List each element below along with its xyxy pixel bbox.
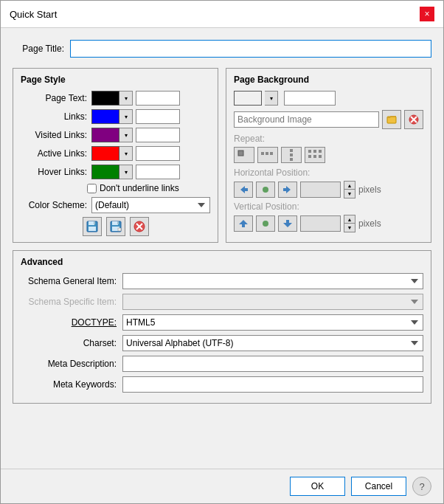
- v-position-value[interactable]: [300, 215, 341, 232]
- links-swatch[interactable]: [91, 109, 119, 124]
- visited-links-hex[interactable]: 800080: [136, 128, 180, 142]
- underline-checkbox[interactable]: [87, 184, 97, 193]
- v-spin-down[interactable]: ▼: [344, 224, 355, 232]
- h-spin-up[interactable]: ▲: [344, 182, 355, 190]
- h-left-btn[interactable]: [234, 182, 253, 198]
- svg-rect-2: [89, 227, 96, 231]
- save-style2-button[interactable]: [106, 217, 125, 236]
- clear-icon: [133, 221, 145, 232]
- help-button[interactable]: ?: [412, 477, 431, 496]
- bg-image-input[interactable]: [234, 111, 379, 128]
- doctype-label: DOCTYPE:: [21, 317, 117, 328]
- page-text-label: Page Text:: [21, 93, 87, 103]
- advanced-title: Advanced: [21, 257, 423, 267]
- save2-icon: [110, 221, 122, 232]
- repeat-none-btn[interactable]: [234, 147, 254, 163]
- advanced-section: Advanced Schema General Item: Schema Spe…: [13, 250, 431, 404]
- page-text-hex[interactable]: 000000: [136, 91, 180, 106]
- color-scheme-select[interactable]: (Default): [91, 197, 210, 213]
- page-title-label: Page Title:: [13, 44, 64, 54]
- ok-button[interactable]: OK: [290, 477, 345, 496]
- svg-rect-23: [308, 150, 311, 153]
- links-dropdown[interactable]: ▾: [119, 109, 133, 124]
- repeat-both-btn[interactable]: [305, 147, 325, 163]
- schema-general-select[interactable]: [122, 273, 423, 289]
- page-title-input[interactable]: [70, 40, 431, 58]
- clear-style-button[interactable]: [130, 217, 149, 236]
- close-button[interactable]: ×: [420, 7, 434, 21]
- page-background-panel: Page Background ▾ FFFFFF: [226, 68, 431, 243]
- svg-rect-27: [313, 155, 316, 158]
- v-top-btn[interactable]: [234, 215, 253, 232]
- hover-links-dropdown[interactable]: ▾: [119, 165, 133, 179]
- repeat-x-btn[interactable]: [257, 147, 278, 163]
- remove-image-icon: [409, 114, 419, 125]
- bg-color-swatch[interactable]: [234, 91, 262, 106]
- meta-kw-input[interactable]: [122, 376, 423, 393]
- v-spin-up[interactable]: ▲: [344, 215, 355, 224]
- v-bottom-btn[interactable]: [278, 215, 297, 232]
- visited-links-swatch[interactable]: [91, 128, 119, 142]
- svg-rect-28: [319, 155, 322, 158]
- repeat-both-icon: [308, 149, 322, 161]
- cancel-button[interactable]: Cancel: [351, 477, 406, 496]
- arrow-down-icon: [282, 218, 294, 229]
- schema-specific-row: Schema Specific Item:: [21, 294, 423, 310]
- h-position-spinner[interactable]: ▲ ▼: [344, 181, 355, 199]
- active-links-swatch[interactable]: [91, 146, 119, 161]
- h-right-btn[interactable]: [278, 182, 297, 198]
- horizontal-position-row: ▲ ▼ pixels: [234, 181, 423, 199]
- page-text-dropdown[interactable]: ▾: [119, 91, 133, 106]
- doctype-select[interactable]: HTML5 HTML4 XHTML: [122, 314, 423, 331]
- svg-point-30: [263, 221, 268, 227]
- active-links-dropdown[interactable]: ▾: [119, 146, 133, 161]
- arrow-up-icon: [237, 218, 249, 229]
- meta-desc-input[interactable]: [122, 356, 423, 372]
- svg-rect-21: [290, 153, 293, 156]
- v-position-spinner[interactable]: ▲ ▼: [344, 215, 355, 232]
- repeat-options: [234, 147, 423, 163]
- doctype-row: DOCTYPE: HTML5 HTML4 XHTML: [21, 314, 423, 331]
- schema-specific-select[interactable]: [122, 294, 423, 310]
- h-pixels-label: pixels: [358, 184, 381, 195]
- page-title-row: Page Title:: [13, 37, 431, 61]
- svg-point-29: [263, 187, 268, 193]
- links-hex[interactable]: 0000FF: [136, 109, 180, 124]
- v-middle-btn[interactable]: [256, 215, 275, 232]
- hover-links-row: Hover Links: ▾ 008000: [21, 165, 210, 179]
- repeat-x-icon: [260, 149, 275, 161]
- schema-specific-label: Schema Specific Item:: [21, 297, 117, 307]
- svg-rect-1: [89, 221, 94, 225]
- repeat-y-btn[interactable]: [281, 147, 302, 163]
- bg-color-hex[interactable]: FFFFFF: [284, 91, 336, 106]
- charset-select[interactable]: Universal Alphabet (UTF-8) UTF-16 ISO-88…: [122, 335, 423, 351]
- page-text-swatch[interactable]: [91, 91, 119, 106]
- charset-row: Charset: Universal Alphabet (UTF-8) UTF-…: [21, 335, 423, 351]
- title-bar: Quick Start ×: [1, 1, 443, 28]
- underline-checkbox-label[interactable]: Don't underline links: [87, 183, 179, 193]
- hover-links-hex[interactable]: 008000: [136, 165, 180, 179]
- h-center-btn[interactable]: [256, 182, 275, 198]
- page-text-row: Page Text: ▾ 000000: [21, 91, 210, 106]
- browse-bg-image-button[interactable]: [382, 110, 401, 129]
- active-links-hex[interactable]: FF0000: [136, 146, 180, 161]
- horizontal-position-label: Horizontal Position:: [234, 168, 423, 178]
- h-spin-down[interactable]: ▼: [344, 190, 355, 198]
- schema-general-row: Schema General Item:: [21, 273, 423, 289]
- svg-rect-22: [290, 158, 293, 161]
- h-position-value[interactable]: [300, 182, 341, 198]
- repeat-label: Repeat:: [234, 134, 423, 144]
- bg-color-dropdown[interactable]: ▾: [265, 91, 278, 106]
- visited-links-dropdown[interactable]: ▾: [119, 128, 133, 142]
- hover-links-swatch[interactable]: [91, 165, 119, 179]
- repeat-none-icon: [237, 149, 252, 161]
- clear-bg-image-button[interactable]: [404, 110, 423, 129]
- bg-color-row: ▾ FFFFFF: [234, 91, 423, 106]
- arrow-right-icon: [282, 184, 294, 195]
- underline-row: Don't underline links: [87, 183, 210, 193]
- underline-label-text: Don't underline links: [100, 183, 179, 193]
- folder-icon: [386, 114, 397, 125]
- dialog-title: Quick Start: [10, 9, 57, 20]
- svg-rect-17: [261, 152, 264, 155]
- save-style-button[interactable]: [83, 217, 102, 236]
